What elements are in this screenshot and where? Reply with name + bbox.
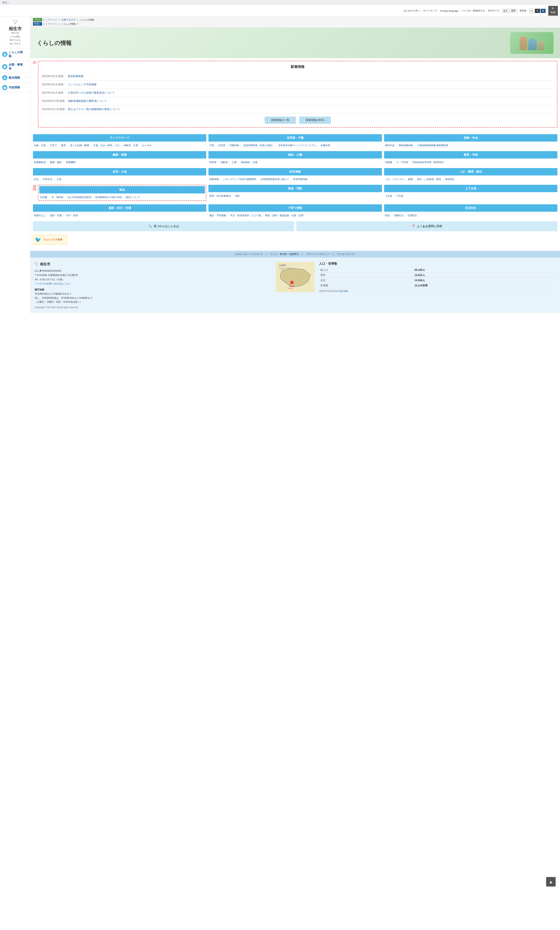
cat-link[interactable]: 健康・健診	[50, 161, 62, 163]
cat-link[interactable]: 健診・予防接種	[209, 214, 226, 217]
new-info-rss-btn[interactable]: 新着情報のRSS	[299, 117, 331, 124]
cat-link[interactable]: 気象情報	[209, 178, 219, 180]
footer-nav-access[interactable]: アクセシビリティ	[337, 253, 356, 256]
cat-link[interactable]: 災害関連情報	[261, 178, 275, 180]
cat-link[interactable]: 河川・港湾	[66, 214, 78, 217]
cat-link[interactable]: 手当・助成	[230, 214, 242, 217]
hajimete-link[interactable]: はじめての方へ	[404, 9, 420, 12]
cat-link[interactable]: 納付について	[126, 196, 140, 199]
new-info-list-btn[interactable]: 新着情報の一覧	[265, 117, 296, 124]
cat-link[interactable]: 環境保全	[445, 178, 454, 180]
cat-link[interactable]: 国民健康保険	[399, 144, 413, 146]
cat-link[interactable]: 土地	[57, 178, 61, 180]
footer-email-link[interactable]: メールでのお問い合わせはこちら	[35, 282, 71, 285]
cat-link[interactable]: 楽しむ	[70, 144, 77, 146]
footer-nav-privacy[interactable]: プライバシーポリシー	[306, 253, 330, 256]
cat-link[interactable]: 障害者	[209, 161, 216, 163]
cat-link[interactable]: 結婚・離婚	[77, 144, 89, 146]
cat-link[interactable]: 地域福祉・支援	[241, 161, 258, 163]
breadcrumb-bunrui-link[interactable]: 分類でさがす	[61, 18, 76, 22]
font-normal-btn[interactable]: 標準	[510, 9, 517, 13]
cat-link[interactable]: 街路灯など	[34, 214, 46, 217]
new-info-link-0[interactable]: 救急医療業務	[68, 74, 83, 78]
cat-link[interactable]: 学校給食	[412, 161, 422, 163]
cat-link[interactable]: 国民年金	[385, 144, 394, 146]
search-button[interactable]: 🔍 検索	[548, 6, 558, 15]
breadcrumb-top-link[interactable]: トップページ	[43, 18, 57, 22]
cat-link[interactable]: ハザードマップ	[223, 178, 240, 180]
faq-btn[interactable]: ❓ よくある質問と回答	[296, 221, 557, 231]
sidebar-item-shisei[interactable]: 市政情報 →	[0, 83, 30, 92]
cat-link[interactable]: 防災関連情報	[293, 178, 308, 180]
cat-link[interactable]: 夜間・休日診療案内	[209, 194, 231, 197]
new-info-link-2[interactable]: 公営住宅への入居者の募集状況について	[68, 91, 115, 95]
sidebar-item-kanko[interactable]: 観光情報 →	[0, 73, 30, 83]
cat-link[interactable]: 高齢者	[221, 161, 228, 163]
cat-link[interactable]: 教室・講座・相談	[265, 214, 284, 217]
new-info-link-3[interactable]: 高齢者補聴器購入費助成について	[68, 99, 107, 103]
cat-link[interactable]: 保育所・ひとり親	[242, 214, 261, 217]
cat-link[interactable]: 固定資産税	[79, 196, 91, 199]
save-page-link[interactable]: ページを一時保存する	[461, 9, 485, 12]
cat-link[interactable]: 市営住宅	[43, 178, 52, 180]
cat-link[interactable]: 下水道	[396, 194, 404, 197]
cat-link[interactable]: 法人市民税	[68, 196, 79, 199]
cat-link[interactable]: 住宅	[34, 178, 38, 180]
cat-link[interactable]: 高等学校（教育特区）	[422, 161, 446, 163]
cat-link[interactable]: 災害に備えて	[275, 178, 289, 180]
cat-link[interactable]: 交通安全	[408, 214, 417, 217]
cat-link[interactable]: 道路・交通	[50, 214, 62, 217]
foreign-link[interactable]: Foreign language	[440, 9, 459, 12]
cat-link[interactable]: 教育	[61, 144, 66, 146]
cat-link[interactable]: 軽自動車税	[95, 196, 107, 199]
cat-link[interactable]: 医療機関	[66, 161, 75, 163]
cat-link[interactable]: 消費生活	[394, 214, 404, 217]
cat-link[interactable]: 住民票	[218, 144, 226, 146]
cat-link[interactable]: 消防	[235, 194, 240, 197]
new-info-link-4[interactable]: 異なるワクチン間の接種間隔の変更について	[68, 108, 120, 111]
find-btn[interactable]: 🔍 見つからないときは	[33, 221, 294, 231]
cat-link[interactable]: 幼稚園	[385, 161, 392, 163]
color-blue-btn[interactable]: 青	[540, 9, 546, 13]
sitemap-link[interactable]: サイトマップ	[423, 9, 437, 12]
cat-link[interactable]: 介護	[232, 161, 236, 163]
stats-link[interactable]: 統計情報	[339, 290, 348, 292]
cat-link[interactable]: 引越・住まい	[93, 144, 107, 146]
cat-link[interactable]: 墓場・墓地	[429, 178, 441, 180]
cat-link[interactable]: 衛生・し尿	[417, 178, 429, 180]
cat-link[interactable]: 動物	[408, 178, 413, 180]
skip-link[interactable]: 本文へ	[2, 1, 9, 4]
cat-link[interactable]: 印鑑登録	[229, 144, 239, 146]
cat-link[interactable]: 高齢者・介護	[124, 144, 138, 146]
cat-link[interactable]: おくやみ	[142, 144, 152, 146]
color-black-btn[interactable]: 黒	[535, 9, 540, 13]
cat-link[interactable]: ごみ・リサイクル	[385, 178, 404, 180]
phoenix-banner[interactable]: 🐦 フェニックス共済	[33, 235, 68, 245]
footer-nav-link[interactable]: リンク・著作権・免責事項	[270, 253, 299, 256]
breadcrumb-top2-link[interactable]: トップページ	[43, 22, 57, 26]
font-large-btn[interactable]: 拡大	[502, 9, 509, 13]
cat-link[interactable]: 妊娠・出産	[34, 144, 46, 146]
cat-link[interactable]: 市内の避難場所	[240, 178, 256, 180]
cat-link[interactable]: 医療費助成	[34, 161, 46, 163]
cat-link[interactable]: 各種証明	[321, 144, 330, 146]
cat-link[interactable]: 上水道	[385, 194, 392, 197]
cat-link[interactable]: 子育て	[50, 144, 57, 146]
color-white-btn[interactable]: 白	[529, 9, 534, 13]
cat-link[interactable]: 在籍管理制度（外国人登録）	[243, 144, 274, 146]
cat-link[interactable]: 後期高齢者医療制度	[427, 144, 448, 146]
cat-link[interactable]: 介護保険	[417, 144, 427, 146]
new-info-link-1[interactable]: インフルエンザ予防接種	[68, 83, 97, 86]
cat-link[interactable]: 市・県民税	[51, 196, 63, 199]
cat-link[interactable]: 戸籍	[209, 144, 214, 146]
cat-link[interactable]: 妊娠・出産・訪問	[284, 214, 304, 217]
cat-link[interactable]: 証明書	[40, 196, 47, 199]
cat-link[interactable]: 小・中学校	[396, 161, 408, 163]
breadcrumb-close-btn[interactable]: ✕	[77, 22, 79, 25]
cat-link[interactable]: 防犯	[385, 214, 390, 217]
footer-nav-about[interactable]: このホームページについて	[234, 253, 263, 256]
sidebar-item-kigyou[interactable]: 企業・事業者 →	[0, 61, 30, 73]
cat-link[interactable]: その他の市税	[107, 196, 122, 199]
sidebar-item-kurashi[interactable]: くらしの情報 →	[0, 48, 30, 61]
cat-link[interactable]: 住民基本台帳ネットワークシステム	[278, 144, 316, 146]
